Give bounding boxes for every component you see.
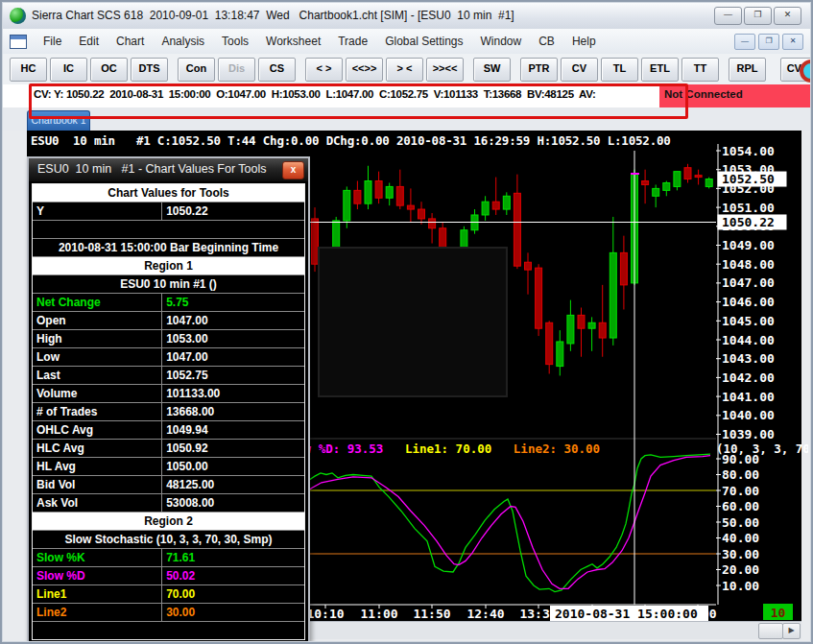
scrollbar-thumb[interactable] <box>758 623 783 639</box>
scrollbar-right-arrow-icon[interactable]: ▶ <box>782 623 801 639</box>
menu-analysis[interactable]: Analysis <box>153 31 213 52</box>
values-label: Line2 <box>33 604 161 621</box>
chart-text: 1045.00 <box>722 314 775 328</box>
mdi-restore-button[interactable]: ❐ <box>758 34 779 50</box>
menu-window[interactable]: Window <box>472 31 531 52</box>
toolbar-button-dts[interactable]: DTS <box>131 58 168 82</box>
values-value: 1049.94 <box>161 421 304 439</box>
window-title: Sierra Chart SCS 618 2010-09-01 13:18:47… <box>32 9 514 22</box>
tab-chartbook-1[interactable]: Chartbook 1 <box>27 110 90 131</box>
connection-status-text: Not Connected <box>664 88 743 100</box>
time-tick-11:50: 11:50 <box>413 607 450 621</box>
minimize-button[interactable]: — <box>714 7 742 25</box>
values-value: 1050.92 <box>161 440 304 457</box>
toolbar-button-[interactable]: > < <box>386 58 423 82</box>
candle-11:10 <box>386 186 393 198</box>
chart-window-icon <box>10 35 27 49</box>
candle-10:00 <box>312 219 319 264</box>
chart-values-table: Chart Values for ToolsY1050.222010-08-31… <box>32 183 305 640</box>
candle-14:10 <box>578 315 585 328</box>
mdi-close-button[interactable]: ✕ <box>782 34 803 50</box>
menu-global-settings[interactable]: Global Settings <box>376 31 471 52</box>
candle-11:20 <box>396 186 403 205</box>
toolbar-button-dis[interactable]: Dis <box>218 58 255 82</box>
menu-worksheet[interactable]: Worksheet <box>257 31 329 52</box>
values-row: OHLC Avg1049.94 <box>33 420 304 439</box>
mdi-minimize-button[interactable]: — <box>734 34 755 50</box>
toolbar-button-rpl[interactable]: RPL <box>729 58 766 82</box>
chart-text: 1041.00 <box>722 390 775 404</box>
time-tick-11:00: 11:00 <box>360 607 397 621</box>
toolbar-button-tt[interactable]: TT <box>681 58 719 82</box>
values-value: 53008.00 <box>161 494 304 512</box>
title-bar[interactable]: Sierra Chart SCS 618 2010-09-01 13:18:47… <box>2 2 811 30</box>
toolbar-button-ptr[interactable]: PTR <box>520 58 558 82</box>
candle-10:50 <box>365 181 371 204</box>
time-tick-12:40: 12:40 <box>466 607 504 621</box>
menu-tools[interactable]: Tools <box>213 31 257 52</box>
toolbar-button-oc[interactable]: OC <box>90 58 128 82</box>
window-controls: — ❐ ✕ <box>714 7 801 25</box>
values-row <box>33 220 304 238</box>
toolbar-button-[interactable]: < > <box>305 58 343 82</box>
crosshair-time-label: 2010-08-31 15:00:00 <box>555 607 698 621</box>
last-price-label: 1052.50 <box>722 172 775 186</box>
toolbar-button-cv[interactable]: CV <box>561 58 598 82</box>
values-label: Last <box>33 367 161 384</box>
values-row: Open1047.00 <box>33 311 304 329</box>
values-row: HLC Avg1050.92 <box>33 439 304 457</box>
values-row: Slow %D50.02 <box>33 566 304 584</box>
values-row: Region 1 <box>33 256 304 274</box>
toolbar-button-sw[interactable]: SW <box>473 58 511 82</box>
values-row: Bid Vol48125.00 <box>33 475 304 493</box>
menu-chart[interactable]: Chart <box>108 31 153 52</box>
toolbar-button-hc[interactable]: HC <box>10 58 47 82</box>
toolbar-button-cs[interactable]: CS <box>258 58 296 82</box>
chart-text: 30.00 <box>722 547 759 561</box>
candle-12:50 <box>492 202 499 209</box>
values-row: Slow %K71.61 <box>33 548 304 566</box>
values-row: Chart Values for Tools <box>33 184 304 202</box>
candle-14:20 <box>588 322 595 328</box>
maximize-button[interactable]: ❐ <box>744 7 772 25</box>
menu-trade[interactable]: Trade <box>329 31 376 52</box>
chart-values-window[interactable]: ESU0 10 min #1 - Chart Values For Tools … <box>27 156 310 644</box>
toolbar-button-etl[interactable]: ETL <box>641 58 679 82</box>
toolbar-button-tl[interactable]: TL <box>601 58 638 82</box>
chart-text: 60.00 <box>722 499 759 513</box>
close-button[interactable]: ✕ <box>774 7 801 25</box>
stochastic-params-text: (10, 3, 3, 70, 30, Smp) <box>716 441 808 456</box>
values-value: 101133.00 <box>161 385 304 402</box>
menu-items: FileEditChartAnalysisToolsWorksheetTrade… <box>35 31 605 52</box>
chart-number-badge-text: 10 <box>771 606 786 620</box>
chart-values-window-titlebar[interactable]: ESU0 10 min #1 - Chart Values For Tools <box>29 158 308 181</box>
sierra-chart-app: { "window": { "title": "Sierra Chart SCS… <box>0 0 813 644</box>
candle-11:30 <box>407 205 414 209</box>
menu-file[interactable]: File <box>35 31 70 52</box>
toolbar-button-[interactable]: <<>> <box>346 58 383 82</box>
chart-text: 1054.00 <box>722 144 775 158</box>
toolbar-button-con[interactable]: Con <box>178 58 215 82</box>
values-value: 70.00 <box>161 585 304 603</box>
menu-cb[interactable]: CB <box>530 31 563 52</box>
menu-help[interactable]: Help <box>563 31 605 52</box>
toolbar-button-[interactable]: >><< <box>426 58 464 82</box>
chart-values-close-button[interactable]: x <box>282 161 304 179</box>
chart-text: 1043.00 <box>722 351 775 366</box>
chart-text: 70.00 <box>722 484 759 498</box>
values-value: 1050.22 <box>161 203 304 220</box>
values-label: Y <box>33 203 161 220</box>
stochastic-header-segment: Line2: 30.00 <box>491 441 600 456</box>
toolbar-button-ic[interactable]: IC <box>50 58 87 82</box>
values-row: ESU0 10 min #1 () <box>33 274 304 293</box>
chart-text: 1048.00 <box>722 257 775 272</box>
chartbook-tab-row: Chartbook 1 <box>2 107 811 131</box>
values-row: HL Avg1050.00 <box>33 457 304 475</box>
stoch-k-line <box>305 454 710 592</box>
candle-16:10 <box>705 179 712 187</box>
candle-15:40 <box>674 172 681 187</box>
menu-edit[interactable]: Edit <box>70 31 108 52</box>
candle-13:40 <box>546 322 553 364</box>
values-row: Line230.00 <box>33 603 304 621</box>
candle-13:00 <box>503 196 510 209</box>
